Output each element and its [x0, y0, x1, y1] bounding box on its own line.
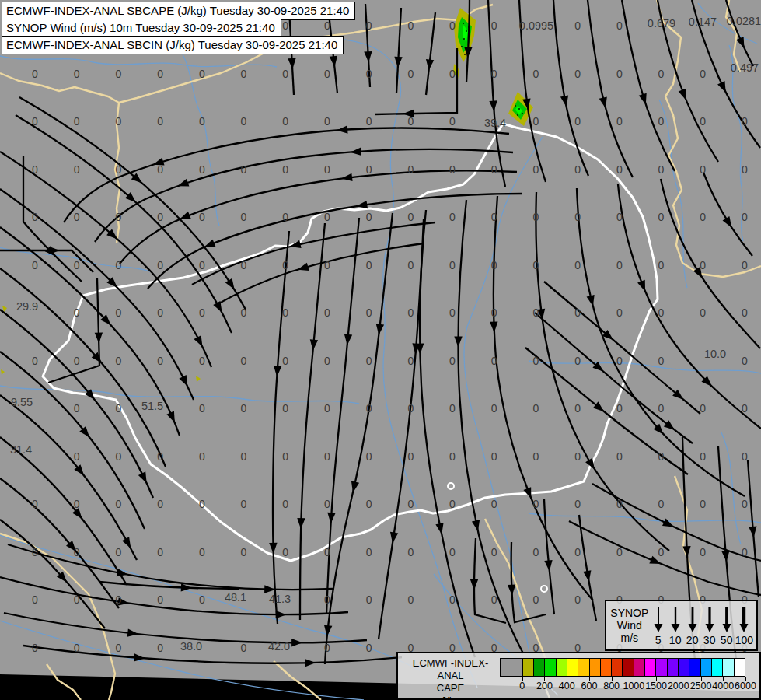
grid-zero-value: 0 [74, 355, 80, 367]
grid-zero-value: 0 [74, 642, 80, 654]
wind-speed-value: 50 [721, 634, 733, 646]
grid-zero-value: 0 [74, 402, 80, 415]
grid-zero-value: 0 [157, 450, 163, 463]
grid-zero-value: 0 [116, 306, 122, 319]
grid-index-value: 41.3 [269, 593, 291, 605]
grid-index-value: 48.1 [225, 591, 246, 604]
cape-color-cell [545, 659, 556, 676]
grid-zero-value: 0 [533, 498, 539, 510]
cape-tick-value: 6000 [735, 681, 756, 691]
grid-zero-value: 0 [533, 115, 539, 128]
cape-color-cell [523, 659, 534, 676]
grid-zero-value: 0 [324, 19, 330, 32]
grid-index-value: 51.5 [141, 400, 163, 412]
grid-zero-value: 0 [157, 355, 163, 367]
synop-wind-legend: SYNOP Wind m/s 510203050100 [605, 600, 758, 651]
grid-zero-value: 0 [491, 593, 497, 606]
grid-zero-value: 0 [449, 19, 456, 32]
grid-zero-value: 0 [491, 546, 497, 558]
grid-zero-value: 0 [74, 450, 80, 463]
grid-zero-value: 0 [157, 211, 163, 223]
grid-zero-value: 0 [366, 402, 372, 415]
grid-zero-value: 0 [491, 211, 497, 223]
grid-zero-value: 0 [742, 402, 748, 415]
grid-zero-value: 0 [282, 306, 288, 319]
grid-zero-value: 0 [199, 163, 205, 176]
grid-zero-value: 0 [116, 498, 122, 510]
grid-index-value: 39.4 [484, 117, 506, 129]
grid-zero-value: 0 [616, 211, 623, 223]
grid-zero-value: 0 [700, 259, 706, 271]
grid-zero-value: 0 [241, 211, 247, 223]
grid-zero-value: 0 [32, 115, 38, 128]
grid-zero-value: 0 [407, 593, 414, 606]
grid-zero-value: 0 [407, 306, 414, 319]
grid-zero-value: 0 [32, 163, 38, 176]
grid-zero-value: 0 [700, 498, 706, 510]
grid-zero-value: 0 [574, 593, 581, 606]
title-bar-synop-wind: SYNOP Wind (m/s) 10m Tuesday 30-09-2025 … [2, 19, 281, 37]
grid-zero-value: 0 [199, 259, 205, 271]
grid-zero-value: 0 [157, 498, 163, 510]
grid-zero-value: 0 [449, 402, 456, 415]
grid-zero-value: 0 [407, 450, 414, 463]
grid-zero-value: 0 [407, 259, 414, 271]
grid-zero-value: 0 [449, 259, 456, 271]
grid-zero-value: 0 [74, 211, 80, 223]
grid-zero-value: 0 [199, 546, 205, 558]
grid-zero-value: 0 [199, 211, 205, 223]
grid-zero-value: 0 [74, 259, 80, 271]
grid-zero-value: 0 [574, 19, 581, 32]
grid-zero-value: 0 [700, 450, 706, 463]
grid-zero-value: 0 [742, 450, 748, 463]
grid-zero-value: 0 [241, 68, 247, 80]
cape-color-cell [701, 659, 712, 676]
grid-zero-value: 0 [74, 546, 80, 558]
grid-zero-value: 0 [324, 498, 330, 510]
grid-zero-value: 0 [241, 546, 247, 558]
cape-color-cell [712, 659, 723, 676]
grid-zero-value: 0 [449, 593, 456, 606]
grid-zero-value: 0 [491, 498, 497, 510]
grid-zero-value: 0 [116, 68, 122, 80]
cape-color-cell [590, 659, 601, 676]
weather-map-page: 0000000000000000000000000000000000000000… [0, 0, 761, 700]
synop-scale-item: 100 [735, 605, 753, 646]
grid-index-value: 31.4 [10, 443, 32, 456]
grid-zero-value: 0 [116, 546, 122, 558]
grid-zero-value: 0 [700, 163, 706, 176]
wind-arrow-icon [701, 605, 718, 633]
grid-zero-value: 0 [241, 306, 247, 319]
grid-zero-value: 0 [116, 450, 122, 463]
title-sbcape-label: ECMWF-INDEX-ANAL SBCAPE (J/kg) Tuesday 3… [2, 2, 355, 20]
grid-zero-value: 0 [199, 498, 205, 510]
grid-zero-value: 0 [199, 306, 205, 319]
grid-zero-value: 0 [324, 163, 330, 176]
grid-index-value: 9.55 [11, 396, 33, 408]
grid-zero-value: 0 [491, 19, 497, 32]
grid-zero-value: 0 [157, 163, 163, 176]
grid-zero-value: 0 [241, 450, 247, 463]
grid-zero-value: 0 [616, 402, 623, 415]
title-sbcin-label: ECMWF-INDEX-ANAL SBCIN (J/kg) Tuesday 30… [2, 36, 344, 54]
grid-zero-value: 0 [658, 546, 665, 558]
grid-zero-value: 0 [32, 546, 38, 558]
cape-tick-value: 0 [519, 681, 525, 691]
grid-zero-value: 0 [366, 593, 372, 606]
grid-zero-value: 0 [658, 355, 665, 367]
grid-zero-value: 0 [74, 115, 80, 128]
grid-index-value: 29.9 [16, 300, 38, 313]
cape-tick-value: 4000 [712, 681, 734, 691]
grid-zero-value: 0 [366, 450, 372, 463]
grid-zero-value: 0 [742, 115, 748, 128]
cape-colorbar: 0200400600800100015002000250040006000 [500, 658, 756, 697]
grid-zero-value: 0 [116, 355, 122, 367]
cape-color-cell [623, 659, 634, 676]
grid-zero-value: 0 [324, 211, 330, 223]
grid-zero-value: 0 [742, 163, 748, 176]
wind-arrow-icon [684, 605, 701, 633]
grid-zero-value: 0 [282, 546, 288, 558]
grid-zero-value: 0 [199, 450, 205, 463]
grid-zero-value: 0 [366, 19, 372, 32]
grid-zero-value: 0 [282, 211, 288, 223]
